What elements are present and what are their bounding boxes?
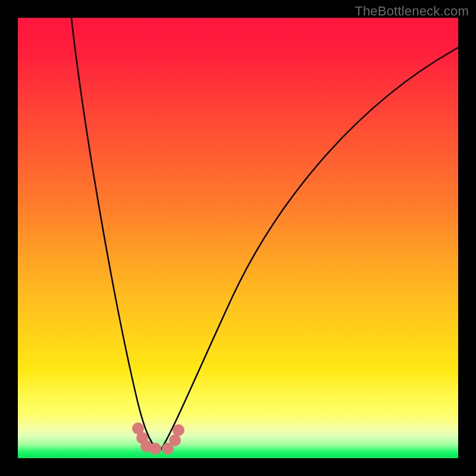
marker-dot [149,443,161,455]
curve-layer [18,18,458,458]
attribution-label: TheBottleneck.com [355,4,469,19]
curve-right-branch [161,48,458,450]
chart-frame: TheBottleneck.com [0,0,476,476]
marker-dot [169,434,181,446]
marker-dot [173,424,184,436]
marker-cluster [132,422,184,455]
plot-area [18,18,458,458]
curve-left-branch [71,18,158,450]
